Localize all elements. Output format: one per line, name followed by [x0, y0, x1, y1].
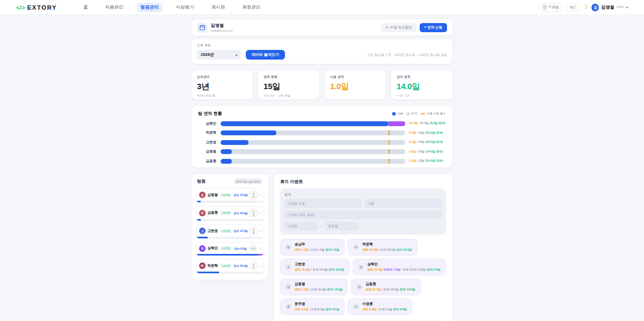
- main-nav: 홈 자원관리 팀원관리 식당평가 게시판 계정관리: [79, 3, 264, 12]
- team-members-card: 팀원 전체 메일 발송 (5명) 김 김병철 • 근무중 잔여 14.0일 메일…: [191, 173, 269, 280]
- chevron-down-icon: ▾: [236, 53, 237, 57]
- member-mail-button[interactable]: 메일: [248, 246, 258, 251]
- member-mail-button[interactable]: 메일: [250, 209, 258, 217]
- chart-row-4: 김동환 1.0일 / 15일 (14.0일 잔여): [198, 159, 446, 164]
- chart-bar-track[interactable]: [221, 130, 405, 135]
- member-mail-button[interactable]: 메일: [250, 227, 258, 235]
- nav-item-restaurant[interactable]: 식당평가: [172, 3, 198, 12]
- member-chip-3[interactable]: 심 심혜민 연차 15.5일 리워드 1.5일 / 전체 15.0(+1.5)일…: [353, 259, 446, 275]
- chart-row-label: 1.0일 / 15일 (14.0일 잔여): [405, 150, 446, 154]
- chart-bar-track[interactable]: [221, 140, 405, 145]
- brand-logo[interactable]: </> EXTORY: [16, 4, 57, 11]
- status-badge: • 근무중: [220, 229, 232, 233]
- status-badge: • 근무중: [220, 211, 232, 215]
- member-progress-track: [196, 201, 264, 202]
- chart-title: 팀 연차 현황: [198, 111, 222, 116]
- name-search-input[interactable]: [364, 199, 442, 208]
- year-filter-label: 조회 연도: [197, 43, 447, 48]
- member-summary-chips: 송 송남주 연차 1.0일 / 전체 1.0일 잔여 1.0일 허 허준혁 연차…: [280, 239, 446, 315]
- logo-code-icon: </>: [16, 4, 25, 11]
- chip-avatar: 송: [286, 244, 291, 250]
- member-progress-track: [196, 219, 264, 221]
- chart-legend: 사용 잔여 사용 가능 일수: [392, 112, 446, 115]
- calendar-icon: [197, 23, 207, 33]
- nav-item-board[interactable]: 게시판: [208, 3, 229, 12]
- member-mail-button[interactable]: 메일: [250, 191, 258, 199]
- stat-card-remaining-leave: 잔여 연차 14.0일 = 15 - 1.0: [391, 70, 453, 100]
- member-chip-2[interactable]: 고 고한영 연차 19.0일 / 전체 15.0일 잔여 12.5일: [280, 259, 349, 275]
- member-row-1[interactable]: 김 김동환 • 근무중 잔여 14.0일 메일 ›: [196, 206, 264, 221]
- chart-bar-track[interactable]: [221, 149, 405, 154]
- chevron-right-icon: ›: [260, 229, 261, 233]
- user-role-badge: ADMIN: [616, 6, 624, 9]
- request-leave-button[interactable]: + 연차 신청: [420, 23, 447, 32]
- member-avatar: 심: [199, 245, 206, 252]
- member-chip-1[interactable]: 허 허준혁 연차 23.5일 / 전체 15.0일 잔여 10.0일: [348, 239, 417, 256]
- mail-all-button[interactable]: 전체 메일 발송 (5명): [233, 178, 263, 184]
- stat-card-used-leave: 사용 연차 1.0일: [324, 70, 386, 100]
- start-date-input[interactable]: [284, 222, 318, 230]
- member-avatar: 허: [199, 262, 206, 269]
- clock-icon: ◷: [385, 25, 389, 30]
- chart-bar-used: [221, 149, 232, 154]
- member-row-4[interactable]: 허 허준혁 • 근무중 잔여 10.0일 메일 ›: [196, 259, 264, 274]
- chart-available-marker: [389, 130, 390, 135]
- language-button[interactable]: KO: [566, 4, 579, 11]
- member-chip-6[interactable]: 문 문주원 연차 4.0일 / 전체 8.0일 잔여 4.0일: [280, 298, 345, 315]
- top-navbar: </> EXTORY 홈 자원관리 팀원관리 식당평가 게시판 계정관리 ? 이…: [0, 0, 644, 15]
- chip-avatar: 김: [356, 284, 362, 290]
- member-avatar: 김: [199, 192, 206, 198]
- year-select[interactable]: 2026년 ▾: [197, 50, 241, 60]
- chart-row-0: 심혜민 16.5일 / 16.5일 (0.0일 잔여): [198, 121, 446, 126]
- chart-row-2: 고한영 2.5일 / 15일 (12.5일 잔여): [198, 140, 446, 145]
- nav-item-team[interactable]: 팀원관리: [137, 3, 163, 12]
- chart-available-marker: [389, 159, 390, 164]
- chart-available-marker: [389, 140, 390, 145]
- chart-bar-track[interactable]: [221, 159, 405, 164]
- year-filter-note: 개인 입사일 기준 : 2025년 입사일 ~ 2026년 입사일 전날: [367, 53, 447, 57]
- profile-email: nick@extory.co: [211, 29, 233, 32]
- chart-row-label: 16.5일 / 16.5일 (0.0일 잔여): [405, 121, 446, 125]
- member-mail-button[interactable]: 메일: [250, 262, 258, 269]
- member-row-0[interactable]: 김 김병철 • 근무중 잔여 14.0일 메일 ›: [196, 188, 264, 203]
- chart-available-marker: [389, 149, 390, 154]
- chevron-down-icon: ▾: [626, 5, 628, 9]
- nav-item-home[interactable]: 홈: [79, 3, 92, 12]
- chip-avatar: 고: [286, 264, 291, 270]
- stat-card-total-leave: 연차 전체 15일 근속 3년 · 기본 15일: [258, 70, 320, 100]
- help-button[interactable]: ? 이용법: [539, 3, 563, 12]
- nav-item-account[interactable]: 계정관리: [238, 3, 264, 12]
- member-progress-track: [196, 272, 264, 273]
- team-members-title: 팀원: [197, 178, 206, 184]
- member-chip-4[interactable]: 김 김병철 연차 1.0일 / 전체 15.0일 잔여 14.0일: [280, 279, 348, 295]
- logo-text: EXTORY: [27, 4, 57, 11]
- year-filter-card: 조회 연도 2026년 ▾ 데이터 불러오기 개인 입사일 기준 : 2025년…: [191, 39, 453, 64]
- dark-mode-toggle-icon[interactable]: ☽: [583, 4, 588, 10]
- keyword-search-input[interactable]: [284, 210, 442, 219]
- chart-bar-used: [221, 130, 276, 135]
- team-leave-chart-card: 팀 연차 현황 사용 잔여 사용 가능 일수 심혜민 16.5일 / 16.5일…: [191, 105, 453, 168]
- user-menu[interactable]: 김 김병철 ADMIN ▾: [591, 4, 628, 11]
- vacation-events-title: 휴가 이벤트: [280, 179, 446, 185]
- chart-row-3: 김병철 1.0일 / 15일 (14.0일 잔여): [198, 149, 446, 154]
- email-search-input[interactable]: [284, 199, 362, 208]
- chart-bar-used: [221, 121, 389, 126]
- member-chip-7[interactable]: 이 이영훈 연차 2.0일 / 전체 6.0일 잔여 6.0일: [348, 298, 412, 315]
- member-row-2[interactable]: 고 고한영 • 근무중 잔여 12.5일 메일 ›: [196, 224, 264, 239]
- load-data-button[interactable]: 데이터 불러오기: [246, 50, 285, 60]
- edit-history-button[interactable]: ◷ 수정 히스토리: [381, 23, 416, 32]
- chart-bar-track[interactable]: [221, 121, 405, 126]
- stats-row: 근속연수 3년 4년차 재직 중 연차 전체 15일 근속 3년 · 기본 15…: [191, 70, 453, 100]
- legend-used-swatch: [392, 112, 396, 115]
- member-row-3[interactable]: 심 심혜민 • 근무중 잔여 0.0일 메일 ›: [196, 242, 264, 256]
- nav-item-resources[interactable]: 자원관리: [101, 3, 127, 12]
- chip-avatar: 문: [286, 304, 291, 310]
- profile-header-card: 김병철 nick@extory.co ◷ 수정 히스토리 + 연차 신청: [191, 19, 453, 36]
- chip-avatar: 심: [358, 264, 364, 270]
- chart-row-label: 5.0일 / 15일 (10.0일 잔여): [405, 131, 446, 135]
- end-date-input[interactable]: [325, 222, 358, 230]
- user-name: 김병철: [601, 4, 614, 10]
- member-chip-0[interactable]: 송 송남주 연차 1.0일 / 전체 1.0일 잔여 1.0일: [280, 239, 345, 256]
- vacation-events-card: 휴가 이벤트 검색 ~ 송 송남주: [273, 173, 453, 321]
- member-chip-5[interactable]: 김 김동환 연차 21.5일 / 전체 15.0일 잔여 14.0일: [351, 279, 420, 295]
